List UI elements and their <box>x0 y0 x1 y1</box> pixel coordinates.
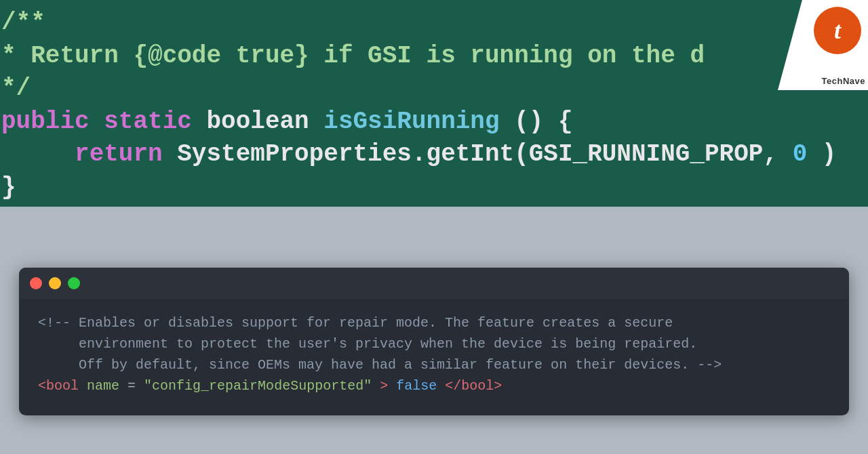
maximize-dot[interactable] <box>68 277 80 289</box>
keyword-boolean: boolean <box>206 108 309 136</box>
xml-bool-value: false <box>396 378 437 394</box>
xml-closing-tag: </bool> <box>445 378 502 394</box>
code-line-1: /** <box>0 7 868 40</box>
logo-text: TechNave <box>822 76 865 86</box>
terminal-line-4: <bool name = "config_repairModeSupported… <box>38 375 830 396</box>
xml-tag-open: <bool <box>38 378 79 394</box>
terminal-titlebar <box>19 268 849 299</box>
xml-attr-value: "config_repairModeSupported" <box>144 378 372 394</box>
indent <box>1 140 60 168</box>
comment-text: * Return { <box>1 42 148 70</box>
logo-letter: t <box>834 16 841 45</box>
number-zero: 0 <box>793 140 808 168</box>
code-line-3: */ <box>0 73 868 106</box>
technave-logo: t TechNave <box>770 0 868 98</box>
terminal-line-3: Off by default, since OEMs may have had … <box>38 354 830 375</box>
xml-tag-close-bracket: > <box>380 378 388 394</box>
eq: = <box>127 378 136 394</box>
terminal-line-1: <!-- Enables or disables support for rep… <box>38 312 830 333</box>
xml-attr-name: name <box>87 378 119 394</box>
code-section: /** * Return {@code true} if GSI is runn… <box>0 0 868 207</box>
minimize-dot[interactable] <box>49 277 61 289</box>
parens: () { <box>514 108 572 136</box>
middle-gap <box>0 207 868 268</box>
paren-close: ) <box>822 140 837 168</box>
keyword-return: return <box>75 140 163 168</box>
terminal-window: <!-- Enables or disables support for rep… <box>19 268 849 415</box>
bottom-section: <!-- Enables or disables support for rep… <box>0 268 868 429</box>
xml-comment-3: Off by default, since OEMs may have had … <box>38 357 722 373</box>
method-name: isGsiRunning <box>323 108 499 136</box>
comment-open: /** <box>1 9 45 37</box>
code-line-5: return SystemProperties.getInt(GSI_RUNNI… <box>0 138 868 171</box>
keyword-public: public <box>1 108 90 136</box>
code-line-4: public static boolean isGsiRunning () { <box>0 106 868 139</box>
comment-text2: true} if GSI is running on the d <box>221 42 705 70</box>
comment-close: */ <box>1 75 31 102</box>
xml-comment-1: <!-- Enables or disables support for rep… <box>38 315 673 331</box>
close-dot[interactable] <box>30 277 42 289</box>
closing-brace: } <box>1 173 16 201</box>
method-call: SystemProperties.getInt(GSI_RUNNING_PROP… <box>177 140 778 168</box>
terminal-body: <!-- Enables or disables support for rep… <box>19 299 849 415</box>
keyword-static: static <box>104 108 192 136</box>
code-line-6: } <box>0 171 868 205</box>
xml-comment-2: environment to protect the user's privac… <box>38 336 697 352</box>
code-line-2: * Return {@code true} if GSI is running … <box>0 40 868 73</box>
code-annotation: @code <box>148 42 221 70</box>
terminal-line-2: environment to protect the user's privac… <box>38 333 830 354</box>
logo-icon: t <box>814 7 861 54</box>
